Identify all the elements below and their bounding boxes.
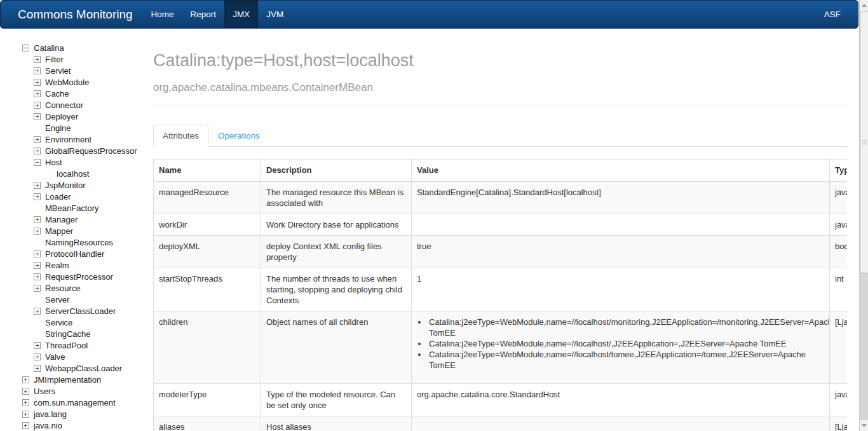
tree-item-catalina[interactable]: Catalina: [0, 42, 153, 53]
tree-item-label: Loader: [45, 192, 71, 202]
plus-box-icon[interactable]: [34, 365, 41, 372]
attr-value-cell: [412, 416, 830, 431]
plus-box-icon[interactable]: [34, 250, 41, 257]
tree-item-protocolhandler[interactable]: ProtocolHandler: [0, 248, 153, 259]
plus-box-icon[interactable]: [22, 376, 29, 383]
tree-item-java-nio[interactable]: java.nio: [0, 420, 153, 431]
tree-item-label: Filter: [45, 55, 64, 64]
plus-box-icon[interactable]: [34, 147, 41, 154]
tree-item-label: Cache: [45, 89, 69, 99]
attr-description-cell: The managed resource this MBean is assoc…: [261, 182, 412, 214]
plus-box-icon[interactable]: [34, 102, 41, 109]
plus-box-icon[interactable]: [22, 388, 29, 395]
table-row-aliases: aliases Host aliases [Ljava.lang.String;: [154, 416, 848, 431]
plus-box-icon[interactable]: [34, 56, 41, 63]
plus-box-icon[interactable]: [34, 113, 41, 120]
plus-box-icon[interactable]: [34, 193, 41, 200]
plus-box-icon[interactable]: [34, 79, 41, 86]
tree-item-servlet[interactable]: Servlet: [0, 65, 153, 76]
plus-box-icon[interactable]: [34, 285, 41, 292]
plus-box-icon[interactable]: [34, 182, 41, 189]
plus-box-icon[interactable]: [22, 422, 29, 429]
scroll-thumb[interactable]: [860, 11, 868, 273]
minus-box-icon[interactable]: [34, 159, 41, 166]
vertical-scrollbar[interactable]: [859, 0, 868, 431]
attr-type-cell: java.lang.String: [830, 384, 848, 416]
nav-item-home[interactable]: Home: [143, 1, 182, 28]
tree-item-host[interactable]: Host: [0, 156, 153, 168]
attr-value-cell: 1: [412, 268, 830, 311]
tree-item-realm[interactable]: Realm: [0, 259, 153, 271]
tree-item-loader[interactable]: Loader: [0, 191, 153, 202]
tree-item-filter[interactable]: Filter: [0, 53, 153, 65]
nav-item-jmx[interactable]: JMX: [224, 1, 258, 28]
tree-item-connector[interactable]: Connector: [0, 99, 153, 111]
expander-spacer: [34, 331, 41, 338]
table-row-children: children Object names of all children Ca…: [154, 311, 848, 384]
nav-item-jvm[interactable]: JVM: [258, 1, 292, 28]
tree-item-serverclassloader[interactable]: ServerClassLoader: [0, 305, 153, 317]
tree-item-localhost[interactable]: localhost: [0, 168, 153, 179]
tree-item-environment[interactable]: Environment: [0, 133, 153, 145]
tab-operations[interactable]: Operations: [208, 125, 269, 147]
tree-item-namingresources[interactable]: NamingResources: [0, 236, 153, 248]
plus-box-icon[interactable]: [34, 228, 41, 235]
plus-box-icon[interactable]: [22, 411, 29, 418]
expander-spacer: [34, 296, 41, 303]
plus-box-icon[interactable]: [34, 90, 41, 97]
tree-item-service[interactable]: Service: [0, 317, 153, 328]
tree-item-valve[interactable]: Valve: [0, 351, 153, 362]
plus-box-icon[interactable]: [34, 67, 41, 74]
tree-item-jspmonitor[interactable]: JspMonitor: [0, 179, 153, 191]
plus-box-icon[interactable]: [34, 353, 41, 360]
plus-box-icon[interactable]: [34, 216, 41, 223]
tab-attributes[interactable]: Attributes: [153, 125, 208, 147]
nav-item-report[interactable]: Report: [182, 1, 225, 28]
tree-item-cache[interactable]: Cache: [0, 88, 153, 99]
attr-name-cell: deployXML: [154, 236, 261, 268]
scroll-up-button[interactable]: [860, 0, 868, 11]
mbean-class-name: org.apache.catalina.mbeans.ContainerMBea…: [153, 81, 847, 94]
attributes-table: NameDescriptionValueType managedResource…: [153, 159, 847, 431]
tree-item-globalrequestprocessor[interactable]: GlobalRequestProcessor: [0, 145, 153, 156]
attr-description-cell: Work Directory base for applications: [261, 214, 412, 236]
tree-item-requestprocessor[interactable]: RequestProcessor: [0, 271, 153, 282]
attr-value-cell: true: [412, 236, 830, 268]
tree-item-java-lang[interactable]: java.lang: [0, 408, 153, 420]
tree-item-threadpool[interactable]: ThreadPool: [0, 339, 153, 351]
plus-box-icon[interactable]: [34, 308, 41, 315]
attr-description-cell: Type of the modeled resource. Can be set…: [261, 384, 412, 416]
tree-item-users[interactable]: Users: [0, 385, 153, 397]
tree-item-webappclassloader[interactable]: WebappClassLoader: [0, 362, 153, 374]
nav-item-asf[interactable]: ASF: [824, 1, 858, 28]
tree-item-mbeanfactory[interactable]: MBeanFactory: [0, 202, 153, 214]
attr-type-cell: java.lang.String: [830, 182, 848, 214]
attributes-table-container: NameDescriptionValueType managedResource…: [153, 159, 847, 431]
expander-spacer: [34, 205, 41, 212]
plus-box-icon[interactable]: [34, 262, 41, 269]
attr-type-cell: boolean: [830, 236, 848, 268]
plus-box-icon[interactable]: [34, 273, 41, 280]
column-header-name: Name: [154, 160, 261, 182]
tree-item-stringcache[interactable]: StringCache: [0, 328, 153, 339]
main-panel: Catalina:type=Host,host=localhost org.ap…: [153, 29, 847, 431]
plus-box-icon[interactable]: [34, 136, 41, 143]
tree-item-deployer[interactable]: Deployer: [0, 111, 153, 122]
tree-item-server[interactable]: Server: [0, 294, 153, 305]
tree-item-manager[interactable]: Manager: [0, 214, 153, 225]
tree-item-jmimplementation[interactable]: JMImplementation: [0, 374, 153, 385]
tree-item-resource[interactable]: Resource: [0, 282, 153, 294]
expander-spacer: [45, 170, 52, 177]
minus-box-icon[interactable]: [22, 44, 29, 51]
plus-box-icon[interactable]: [22, 399, 29, 406]
expander-spacer: [34, 125, 41, 132]
plus-box-icon[interactable]: [34, 342, 41, 349]
column-header-value: Value: [412, 160, 830, 182]
tree-item-mapper[interactable]: Mapper: [0, 225, 153, 236]
scroll-down-button[interactable]: [860, 420, 868, 431]
tree-item-label: java.lang: [34, 409, 67, 419]
brand-link[interactable]: Commons Monitoring: [18, 1, 133, 28]
tree-item-webmodule[interactable]: WebModule: [0, 76, 153, 88]
tree-item-engine[interactable]: Engine: [0, 122, 153, 133]
tree-item-com-sun-management[interactable]: com.sun.management: [0, 397, 153, 408]
